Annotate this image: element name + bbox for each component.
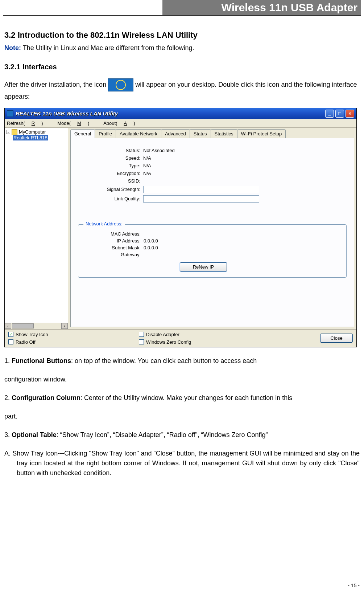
speed-label: Speed:: [78, 155, 143, 161]
link-quality-bar: [143, 195, 259, 203]
app-window: REALTEK 11n USB Wireless LAN Utility _ □…: [4, 108, 357, 347]
intro-paragraph: After the driver installation, the icon …: [4, 78, 360, 102]
tab-body-general: Status:Not Associated Speed:N/A Type:N/A…: [70, 138, 354, 327]
note-line: Note: The Utility in Linux and Mac are d…: [4, 44, 360, 52]
tab-statistics[interactable]: Statistics: [211, 129, 237, 138]
heading-3-2: 3.2 Introduction to the 802.11n Wireless…: [4, 30, 360, 40]
check-disable-adapter[interactable]: Disable Adapter: [139, 332, 269, 337]
scroll-thumb[interactable]: [12, 323, 34, 328]
check-radio-off-label: Radio Off: [16, 339, 36, 345]
titlebar: REALTEK 11n USB Wireless LAN Utility _ □…: [5, 108, 356, 119]
intro-text-a: After the driver installation, the icon: [4, 81, 108, 88]
mac-label: MAC Address:: [86, 231, 144, 237]
tree-collapse-icon[interactable]: -: [6, 130, 10, 134]
gateway-label: Gateway:: [86, 252, 144, 257]
signal-strength-bar: [143, 186, 259, 193]
check-show-tray[interactable]: ✓ Show Tray Icon: [8, 332, 139, 337]
menu-refresh[interactable]: Refresh(R): [7, 121, 50, 126]
tab-wps[interactable]: Wi-Fi Protect Setup: [237, 129, 286, 138]
network-address-fieldset: Network Address: MAC Address: IP Address…: [78, 224, 347, 278]
speed-value: N/A: [143, 155, 151, 161]
para-1: 1. Functional Buttons: on top of the win…: [4, 356, 360, 366]
close-button[interactable]: Close: [320, 334, 353, 343]
tree-pane: - MyComputer Realtek RTL818 ‹ ›: [5, 128, 68, 329]
note-label: Note:: [4, 44, 21, 52]
para-a: A. Show Tray Icon---Clicking "Show Tray …: [4, 449, 360, 478]
tree-h-scrollbar[interactable]: ‹ ›: [5, 323, 68, 329]
minimize-button[interactable]: _: [325, 110, 334, 118]
tab-advanced[interactable]: Advanced: [161, 129, 190, 138]
page-header-title: Wireless 11n USB Adapter: [162, 0, 361, 15]
para-1-cont: configuration window.: [4, 375, 360, 384]
menu-mode[interactable]: Mode(M): [57, 121, 96, 126]
maximize-button[interactable]: □: [335, 110, 344, 118]
check-wzc-label: Windows Zero Config: [146, 339, 191, 345]
heading-3-2-1: 3.2.1 Interfaces: [4, 63, 360, 71]
check-disable-adapter-label: Disable Adapter: [146, 332, 179, 337]
tree-root[interactable]: - MyComputer: [6, 129, 66, 135]
scroll-left-button[interactable]: ‹: [5, 323, 11, 329]
page-header: Wireless 11n USB Adapter: [3, 0, 361, 16]
check-radio-off[interactable]: Radio Off: [8, 339, 139, 345]
para-2: 2. Configuration Column: Center of the U…: [4, 393, 360, 403]
checkbox-icon: ✓: [8, 332, 13, 337]
tab-bar: General Profile Available Network Advanc…: [70, 129, 354, 138]
checkbox-icon: [139, 332, 144, 337]
status-value: Not Associated: [143, 148, 175, 153]
type-value: N/A: [143, 163, 151, 168]
status-label: Status:: [78, 148, 143, 153]
tab-status[interactable]: Status: [190, 129, 211, 138]
titlebar-app-icon: [7, 110, 13, 117]
scroll-right-button[interactable]: ›: [61, 323, 68, 329]
page-number: - 15 -: [348, 583, 360, 588]
tree-root-label: MyComputer: [19, 129, 46, 135]
tab-profile[interactable]: Profile: [95, 129, 116, 138]
tab-general[interactable]: General: [70, 129, 95, 138]
mask-label: Subnet Mask:: [86, 245, 144, 250]
para-2-cont: part.: [4, 412, 360, 421]
titlebar-title: REALTEK 11n USB Wireless LAN Utility: [16, 110, 118, 117]
bottom-options-row: ✓ Show Tray Icon Radio Off Disable Adapt…: [5, 329, 356, 347]
encryption-value: N/A: [143, 171, 151, 176]
ssid-label: SSID:: [78, 178, 143, 184]
desktop-app-icon: [108, 78, 133, 91]
fieldset-legend: Network Address:: [83, 221, 125, 226]
checkbox-icon: [139, 339, 144, 344]
check-wzc[interactable]: Windows Zero Config: [139, 339, 269, 345]
ip-value: 0.0.0.0: [144, 238, 158, 244]
type-label: Type:: [78, 163, 143, 168]
computer-icon: [12, 129, 17, 135]
ip-label: IP Address:: [86, 238, 144, 244]
para-3: 3. Optional Table: “Show Tray Icon”, “Di…: [4, 430, 360, 440]
tree-selected-item[interactable]: Realtek RTL818: [13, 135, 48, 140]
mask-value: 0.0.0.0: [144, 245, 158, 250]
signal-label: Signal Strength:: [78, 187, 143, 192]
tab-available-network[interactable]: Available Network: [116, 129, 161, 138]
window-close-button[interactable]: ×: [346, 110, 354, 118]
menubar: Refresh(R) Mode(M) About(A): [5, 119, 356, 128]
encryption-label: Encryption:: [78, 171, 143, 176]
link-label: Link Quality:: [78, 196, 143, 201]
note-text: The Utility in Linux and Mac are differe…: [21, 44, 194, 52]
renew-ip-button[interactable]: ReNew IP: [180, 262, 227, 271]
menu-about[interactable]: About(A): [103, 121, 141, 126]
checkbox-icon: [8, 339, 13, 344]
check-show-tray-label: Show Tray Icon: [16, 332, 48, 337]
